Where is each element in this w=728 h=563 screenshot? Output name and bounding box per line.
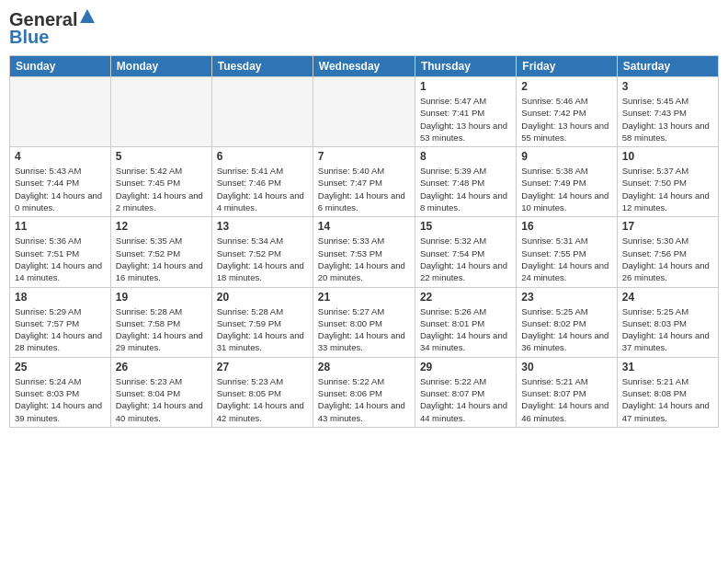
day-cell-26: 26 Sunrise: 5:23 AM Sunset: 8:04 PM Dayl… xyxy=(110,357,211,427)
sunrise-label: Sunrise: 5:36 AM xyxy=(15,236,81,246)
day-info: Sunrise: 5:32 AM Sunset: 7:54 PM Dayligh… xyxy=(420,235,511,283)
day-info: Sunrise: 5:29 AM Sunset: 7:57 PM Dayligh… xyxy=(15,305,106,354)
day-info: Sunrise: 5:47 AM Sunset: 7:41 PM Dayligh… xyxy=(420,95,511,144)
daylight-label: Daylight: 14 hours and 36 minutes. xyxy=(521,330,609,352)
sunrise-label: Sunrise: 5:47 AM xyxy=(420,96,486,106)
daylight-label: Daylight: 14 hours and 46 minutes. xyxy=(521,400,609,422)
sunrise-label: Sunrise: 5:29 AM xyxy=(15,306,81,316)
col-friday: Friday xyxy=(517,56,617,77)
day-number: 7 xyxy=(318,150,410,163)
sunset-label: Sunset: 7:54 PM xyxy=(420,248,484,259)
sunset-label: Sunset: 7:59 PM xyxy=(217,318,281,328)
day-number: 9 xyxy=(521,150,611,163)
col-saturday: Saturday xyxy=(617,56,718,77)
sunrise-label: Sunrise: 5:38 AM xyxy=(521,166,587,176)
sunrise-label: Sunrise: 5:41 AM xyxy=(217,166,283,176)
col-tuesday: Tuesday xyxy=(211,56,313,77)
week-row-2: 4 Sunrise: 5:43 AM Sunset: 7:44 PM Dayli… xyxy=(10,147,719,217)
daylight-label: Daylight: 14 hours and 39 minutes. xyxy=(15,400,102,422)
daylight-label: Daylight: 14 hours and 14 minutes. xyxy=(15,260,102,282)
daylight-label: Daylight: 14 hours and 12 minutes. xyxy=(622,190,710,213)
daylight-label: Daylight: 14 hours and 10 minutes. xyxy=(521,190,609,213)
day-cell-29: 29 Sunrise: 5:22 AM Sunset: 8:07 PM Dayl… xyxy=(415,357,516,427)
day-info: Sunrise: 5:40 AM Sunset: 7:47 PM Dayligh… xyxy=(318,165,410,213)
sunrise-label: Sunrise: 5:27 AM xyxy=(318,306,384,316)
day-cell-31: 31 Sunrise: 5:21 AM Sunset: 8:08 PM Dayl… xyxy=(617,357,718,427)
day-info: Sunrise: 5:28 AM Sunset: 7:59 PM Dayligh… xyxy=(217,305,308,354)
sunset-label: Sunset: 8:08 PM xyxy=(622,388,687,398)
day-number: 28 xyxy=(318,361,410,373)
daylight-label: Daylight: 14 hours and 20 minutes. xyxy=(318,260,405,282)
daylight-label: Daylight: 14 hours and 24 minutes. xyxy=(521,260,609,282)
day-cell-11: 11 Sunrise: 5:36 AM Sunset: 7:51 PM Dayl… xyxy=(10,217,111,287)
daylight-label: Daylight: 14 hours and 34 minutes. xyxy=(420,330,507,352)
day-info: Sunrise: 5:43 AM Sunset: 7:44 PM Dayligh… xyxy=(15,165,106,213)
sunrise-label: Sunrise: 5:28 AM xyxy=(217,306,283,316)
day-cell-20: 20 Sunrise: 5:28 AM Sunset: 7:59 PM Dayl… xyxy=(211,287,313,357)
day-info: Sunrise: 5:26 AM Sunset: 8:01 PM Dayligh… xyxy=(420,305,511,354)
daylight-label: Daylight: 14 hours and 42 minutes. xyxy=(217,400,304,422)
day-cell-5: 5 Sunrise: 5:42 AM Sunset: 7:45 PM Dayli… xyxy=(110,147,211,217)
sunset-label: Sunset: 7:47 PM xyxy=(318,178,382,188)
sunset-label: Sunset: 8:01 PM xyxy=(420,318,484,328)
day-number: 3 xyxy=(622,80,713,93)
page: General Blue Sunday Monday Tuesday Wedne… xyxy=(0,0,728,563)
day-number: 25 xyxy=(15,361,106,373)
svg-marker-0 xyxy=(80,9,95,23)
week-row-5: 25 Sunrise: 5:24 AM Sunset: 8:03 PM Dayl… xyxy=(10,357,719,427)
week-row-4: 18 Sunrise: 5:29 AM Sunset: 7:57 PM Dayl… xyxy=(10,287,719,357)
day-number: 31 xyxy=(622,361,713,373)
sunset-label: Sunset: 7:49 PM xyxy=(521,178,586,188)
sunrise-label: Sunrise: 5:31 AM xyxy=(521,236,587,246)
sunset-label: Sunset: 7:43 PM xyxy=(622,108,687,118)
sunset-label: Sunset: 8:00 PM xyxy=(318,318,382,328)
day-info: Sunrise: 5:21 AM Sunset: 8:08 PM Dayligh… xyxy=(622,375,713,424)
sunset-label: Sunset: 8:02 PM xyxy=(521,318,586,328)
sunrise-label: Sunrise: 5:23 AM xyxy=(116,376,182,386)
daylight-label: Daylight: 14 hours and 43 minutes. xyxy=(318,400,405,422)
daylight-label: Daylight: 14 hours and 0 minutes. xyxy=(15,190,102,213)
daylight-label: Daylight: 14 hours and 2 minutes. xyxy=(116,190,203,213)
sunset-label: Sunset: 7:56 PM xyxy=(622,248,687,259)
day-number: 4 xyxy=(15,150,106,163)
sunrise-label: Sunrise: 5:24 AM xyxy=(15,376,81,386)
sunset-label: Sunset: 7:58 PM xyxy=(116,318,180,328)
day-cell-6: 6 Sunrise: 5:41 AM Sunset: 7:46 PM Dayli… xyxy=(211,147,313,217)
day-info: Sunrise: 5:25 AM Sunset: 8:03 PM Dayligh… xyxy=(622,305,713,354)
day-number: 8 xyxy=(420,150,511,163)
sunrise-label: Sunrise: 5:21 AM xyxy=(622,376,688,386)
day-number: 30 xyxy=(521,361,611,373)
day-cell-empty xyxy=(110,77,211,147)
sunrise-label: Sunrise: 5:39 AM xyxy=(420,166,486,176)
week-row-1: 1 Sunrise: 5:47 AM Sunset: 7:41 PM Dayli… xyxy=(10,77,719,147)
day-cell-19: 19 Sunrise: 5:28 AM Sunset: 7:58 PM Dayl… xyxy=(110,287,211,357)
day-info: Sunrise: 5:36 AM Sunset: 7:51 PM Dayligh… xyxy=(15,235,106,283)
daylight-label: Daylight: 14 hours and 4 minutes. xyxy=(217,190,304,213)
sunset-label: Sunset: 7:52 PM xyxy=(116,248,180,259)
sunrise-label: Sunrise: 5:30 AM xyxy=(622,236,688,246)
day-cell-empty xyxy=(313,77,415,147)
daylight-label: Daylight: 14 hours and 31 minutes. xyxy=(217,330,304,352)
day-cell-3: 3 Sunrise: 5:45 AM Sunset: 7:43 PM Dayli… xyxy=(617,77,718,147)
sunrise-label: Sunrise: 5:25 AM xyxy=(622,306,688,316)
day-cell-25: 25 Sunrise: 5:24 AM Sunset: 8:03 PM Dayl… xyxy=(10,357,111,427)
daylight-label: Daylight: 14 hours and 28 minutes. xyxy=(15,330,102,352)
day-cell-empty xyxy=(211,77,313,147)
day-info: Sunrise: 5:41 AM Sunset: 7:46 PM Dayligh… xyxy=(217,165,308,213)
day-info: Sunrise: 5:30 AM Sunset: 7:56 PM Dayligh… xyxy=(622,235,713,283)
daylight-label: Daylight: 14 hours and 22 minutes. xyxy=(420,260,507,282)
day-info: Sunrise: 5:27 AM Sunset: 8:00 PM Dayligh… xyxy=(318,305,410,354)
day-number: 10 xyxy=(622,150,713,163)
sunrise-label: Sunrise: 5:33 AM xyxy=(318,236,384,246)
sunrise-label: Sunrise: 5:34 AM xyxy=(217,236,283,246)
daylight-label: Daylight: 14 hours and 44 minutes. xyxy=(420,400,507,422)
day-cell-22: 22 Sunrise: 5:26 AM Sunset: 8:01 PM Dayl… xyxy=(415,287,516,357)
day-number: 11 xyxy=(15,220,106,233)
day-cell-13: 13 Sunrise: 5:34 AM Sunset: 7:52 PM Dayl… xyxy=(211,217,313,287)
day-number: 29 xyxy=(420,361,511,373)
day-cell-21: 21 Sunrise: 5:27 AM Sunset: 8:00 PM Dayl… xyxy=(313,287,415,357)
day-number: 17 xyxy=(622,220,713,233)
daylight-label: Daylight: 14 hours and 40 minutes. xyxy=(116,400,203,422)
day-info: Sunrise: 5:22 AM Sunset: 8:06 PM Dayligh… xyxy=(318,375,410,424)
day-cell-15: 15 Sunrise: 5:32 AM Sunset: 7:54 PM Dayl… xyxy=(415,217,516,287)
